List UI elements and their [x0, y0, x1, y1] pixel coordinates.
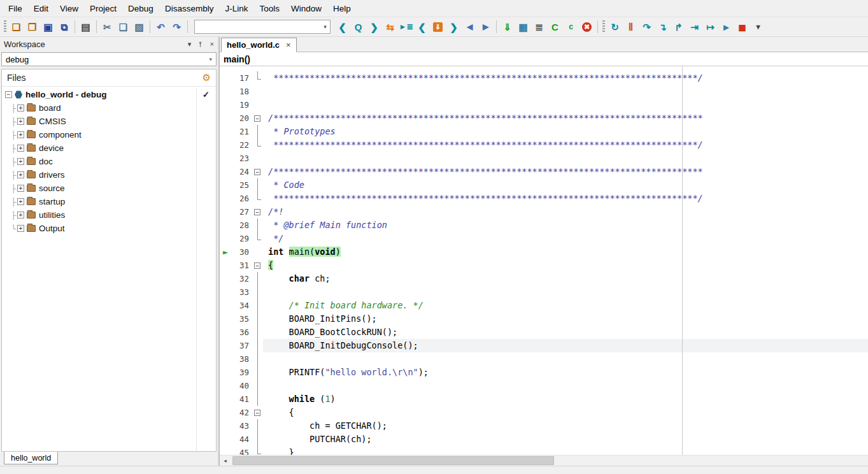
open-document-button[interactable]: ❐	[24, 19, 40, 34]
debug-without-downloading-button[interactable]: ▦	[515, 19, 531, 34]
code-line[interactable]: 17 *************************************…	[220, 71, 868, 85]
previous-document-button[interactable]: ◀	[462, 19, 478, 34]
next-statement-button[interactable]: ⇥	[687, 19, 702, 34]
code-line[interactable]: 38	[220, 352, 868, 366]
fold-toggle-icon[interactable]: −	[254, 262, 260, 269]
tree-item-output[interactable]: └+Output	[2, 222, 216, 235]
toggle-bookmark-button[interactable]: ⇓	[430, 19, 446, 34]
code-line[interactable]: 20−/************************************…	[220, 111, 868, 125]
code-line[interactable]: 34 /* Init board hardware. */	[220, 299, 868, 312]
tree-item-cmsis[interactable]: ├+CMSIS	[2, 115, 216, 128]
code-line[interactable]: 22 *************************************…	[220, 138, 868, 152]
breakpoint-margin[interactable]	[220, 178, 231, 192]
code-line[interactable]: 42− {	[220, 406, 868, 419]
workspace-tab-hello-world[interactable]: hello_world	[4, 452, 58, 464]
run-to-cursor-button[interactable]: ↦	[702, 19, 718, 34]
code-line[interactable]: 21 * Prototypes	[220, 125, 868, 138]
breakpoint-margin[interactable]	[220, 259, 231, 272]
fold-marker[interactable]: −	[253, 165, 263, 178]
undo-button[interactable]: ↶	[153, 19, 169, 34]
tree-item-component[interactable]: ├+component	[2, 128, 216, 141]
breakpoint-margin[interactable]	[220, 366, 231, 379]
breakpoint-margin[interactable]	[220, 379, 231, 392]
breakpoint-margin[interactable]	[220, 285, 231, 299]
print-button[interactable]: ▤	[78, 19, 94, 34]
breakpoint-margin[interactable]	[220, 152, 231, 165]
expander-icon[interactable]: +	[17, 131, 24, 138]
breakpoint-margin[interactable]	[220, 192, 231, 205]
expander-icon[interactable]: −	[5, 91, 12, 98]
quick-search-button[interactable]: Q	[350, 19, 366, 34]
code-line[interactable]: 25 * Code	[220, 178, 868, 192]
reset-button[interactable]: ↻	[607, 19, 623, 34]
expander-icon[interactable]: +	[17, 171, 24, 178]
expander-icon[interactable]: +	[17, 185, 24, 192]
go-to-definition-button[interactable]: ►≣	[398, 19, 414, 34]
step-out-button[interactable]: ↱	[671, 19, 687, 34]
fold-marker[interactable]: −	[253, 259, 263, 272]
breakpoint-margin[interactable]	[220, 299, 231, 312]
breakpoint-margin[interactable]: ►	[220, 245, 231, 259]
compile-small-button[interactable]: c	[563, 19, 579, 34]
fold-marker[interactable]: −	[253, 205, 263, 219]
tree-item-source[interactable]: ├+source	[2, 182, 216, 195]
breakpoint-margin[interactable]	[220, 98, 231, 111]
breakpoint-margin[interactable]	[220, 232, 231, 245]
panel-menu-chevron-icon[interactable]: ▾	[188, 40, 192, 48]
chevron-down-icon[interactable]: ▾	[320, 20, 330, 33]
breakpoint-margin[interactable]	[220, 339, 231, 352]
editor-tab-hello-world-c[interactable]: hello_world.c ×	[221, 38, 297, 52]
breakpoint-margin[interactable]	[220, 326, 231, 339]
code-line[interactable]: ►30int main(void)	[220, 245, 868, 259]
code-line[interactable]: 23	[220, 152, 868, 165]
code-line[interactable]: 19	[220, 98, 868, 111]
menu-help[interactable]: Help	[327, 2, 357, 15]
menu-edit[interactable]: Edit	[28, 2, 54, 15]
menu-debug[interactable]: Debug	[122, 2, 159, 15]
menu-disassembly[interactable]: Disassembly	[159, 2, 220, 15]
configuration-selector[interactable]: debug ▾	[1, 52, 217, 66]
toolbar-options-button[interactable]: ▾	[750, 19, 766, 34]
stop-debugging-button[interactable]: ◼	[734, 19, 750, 34]
next-bookmark-button[interactable]: ❯	[446, 19, 462, 34]
code-line[interactable]: 18	[220, 85, 868, 98]
redo-button[interactable]: ↷	[169, 19, 185, 34]
step-over-button[interactable]: ↷	[639, 19, 655, 34]
pin-icon[interactable]: ⊸	[196, 41, 204, 47]
tree-item-device[interactable]: ├+device	[2, 141, 216, 155]
menu-file[interactable]: File	[3, 2, 28, 15]
close-panel-icon[interactable]: ×	[210, 40, 214, 48]
breakpoint-margin[interactable]	[220, 219, 231, 232]
code-line[interactable]: 45 }	[220, 446, 868, 455]
breakpoint-margin[interactable]	[220, 352, 231, 366]
breakpoint-margin[interactable]	[220, 85, 231, 98]
tree-item-startup[interactable]: ├+startup	[2, 195, 216, 208]
expander-icon[interactable]: +	[17, 225, 24, 232]
expander-icon[interactable]: +	[17, 104, 24, 111]
menu-view[interactable]: View	[54, 2, 84, 15]
find-combo-input[interactable]	[195, 20, 320, 33]
menu-window[interactable]: Window	[285, 2, 327, 15]
fold-toggle-icon[interactable]: −	[254, 115, 260, 122]
code-line[interactable]: 33	[220, 285, 868, 299]
toggle-source-header-button[interactable]: ⇆	[382, 19, 398, 34]
code-line[interactable]: 27−/*!	[220, 205, 868, 219]
previous-bookmark-button[interactable]: ❮	[414, 19, 430, 34]
code-line[interactable]: 44 PUTCHAR(ch);	[220, 433, 868, 446]
find-combobox[interactable]: ▾	[194, 20, 331, 34]
copy-button[interactable]: ❑	[115, 19, 131, 34]
menu-j-link[interactable]: J-Link	[219, 2, 253, 15]
fold-marker[interactable]: −	[253, 406, 263, 419]
breakpoint-margin[interactable]	[220, 111, 231, 125]
new-document-button[interactable]: ❏	[8, 19, 24, 34]
breakpoint-margin[interactable]	[220, 433, 231, 446]
code-line[interactable]: 41 while (1)	[220, 392, 868, 406]
code-line[interactable]: 39 PRINTF("hello world.\r\n");	[220, 366, 868, 379]
tree-item-board[interactable]: ├+board	[2, 101, 216, 115]
cut-button[interactable]: ✂	[99, 19, 115, 34]
menu-tools[interactable]: Tools	[253, 2, 285, 15]
code-line[interactable]: 28 * @brief Main function	[220, 219, 868, 232]
code-line[interactable]: 24−/************************************…	[220, 165, 868, 178]
tree-item-project-root[interactable]: −hello_world - debug✓	[2, 88, 216, 101]
expander-icon[interactable]: +	[17, 158, 24, 165]
